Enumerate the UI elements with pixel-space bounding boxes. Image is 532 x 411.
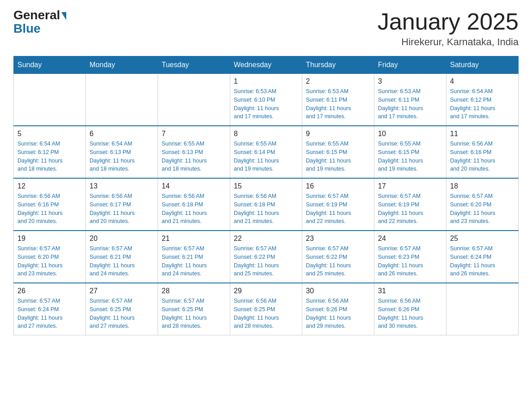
title-block: January 2025 Hirekerur, Karnataka, India [378,9,519,48]
calendar-day-cell: 26Sunrise: 6:57 AM Sunset: 6:24 PM Dayli… [14,283,86,335]
calendar-day-cell: 28Sunrise: 6:57 AM Sunset: 6:25 PM Dayli… [158,283,230,335]
day-number: 7 [162,130,226,138]
logo-triangle-icon [61,12,66,20]
day-info: Sunrise: 6:57 AM Sunset: 6:22 PM Dayligh… [234,244,298,278]
day-number: 1 [234,77,298,86]
calendar-day-cell: 3Sunrise: 6:53 AM Sunset: 6:11 PM Daylig… [374,74,446,126]
day-number: 30 [306,287,370,295]
calendar-day-cell [14,74,86,126]
day-number: 26 [17,287,82,295]
day-number: 23 [306,235,370,243]
calendar-day-cell: 16Sunrise: 6:57 AM Sunset: 6:19 PM Dayli… [302,178,374,231]
weekday-header-monday: Monday [86,56,158,74]
calendar-day-cell: 20Sunrise: 6:57 AM Sunset: 6:21 PM Dayli… [86,231,158,283]
weekday-header-friday: Friday [374,56,446,74]
weekday-header-wednesday: Wednesday [230,56,302,74]
calendar-day-cell: 2Sunrise: 6:53 AM Sunset: 6:11 PM Daylig… [302,74,374,126]
day-info: Sunrise: 6:57 AM Sunset: 6:25 PM Dayligh… [90,297,154,330]
calendar-day-cell: 1Sunrise: 6:53 AM Sunset: 6:10 PM Daylig… [230,74,302,126]
calendar-day-cell: 24Sunrise: 6:57 AM Sunset: 6:23 PM Dayli… [374,231,446,283]
day-number: 18 [450,182,515,190]
day-number: 21 [162,235,226,243]
calendar-day-cell: 6Sunrise: 6:54 AM Sunset: 6:13 PM Daylig… [86,126,158,178]
calendar-day-cell: 30Sunrise: 6:56 AM Sunset: 6:26 PM Dayli… [302,283,374,335]
calendar-title: January 2025 [378,9,519,34]
day-number: 22 [234,235,298,243]
calendar-day-cell: 12Sunrise: 6:56 AM Sunset: 6:16 PM Dayli… [14,178,86,231]
day-number: 14 [162,182,226,190]
day-info: Sunrise: 6:55 AM Sunset: 6:14 PM Dayligh… [234,140,298,173]
day-number: 27 [90,287,154,295]
day-info: Sunrise: 6:57 AM Sunset: 6:21 PM Dayligh… [90,244,154,278]
day-number: 4 [450,77,515,86]
day-info: Sunrise: 6:54 AM Sunset: 6:13 PM Dayligh… [90,140,154,173]
day-info: Sunrise: 6:57 AM Sunset: 6:23 PM Dayligh… [378,244,442,278]
calendar-day-cell: 13Sunrise: 6:56 AM Sunset: 6:17 PM Dayli… [86,178,158,231]
calendar-day-cell: 9Sunrise: 6:55 AM Sunset: 6:15 PM Daylig… [302,126,374,178]
calendar-day-cell: 27Sunrise: 6:57 AM Sunset: 6:25 PM Dayli… [86,283,158,335]
day-number: 15 [234,182,298,190]
calendar-day-cell: 18Sunrise: 6:57 AM Sunset: 6:20 PM Dayli… [446,178,519,231]
day-number: 13 [90,182,154,190]
day-info: Sunrise: 6:56 AM Sunset: 6:26 PM Dayligh… [378,297,442,330]
day-info: Sunrise: 6:54 AM Sunset: 6:12 PM Dayligh… [17,140,82,173]
day-number: 24 [378,235,442,243]
day-info: Sunrise: 6:56 AM Sunset: 6:18 PM Dayligh… [162,192,226,226]
calendar-day-cell: 21Sunrise: 6:57 AM Sunset: 6:21 PM Dayli… [158,231,230,283]
calendar-day-cell: 4Sunrise: 6:54 AM Sunset: 6:12 PM Daylig… [446,74,519,126]
day-info: Sunrise: 6:55 AM Sunset: 6:15 PM Dayligh… [306,140,370,173]
day-number: 29 [234,287,298,295]
logo-general-text: General [13,9,60,21]
weekday-header-saturday: Saturday [446,56,519,74]
day-info: Sunrise: 6:56 AM Sunset: 6:17 PM Dayligh… [90,192,154,226]
day-number: 2 [306,77,370,86]
day-number: 16 [306,182,370,190]
calendar-day-cell: 23Sunrise: 6:57 AM Sunset: 6:22 PM Dayli… [302,231,374,283]
day-number: 28 [162,287,226,295]
calendar-week-row: 1Sunrise: 6:53 AM Sunset: 6:10 PM Daylig… [14,74,519,126]
calendar-day-cell [446,283,519,335]
calendar-day-cell: 15Sunrise: 6:56 AM Sunset: 6:18 PM Dayli… [230,178,302,231]
logo: General Blue [13,9,66,36]
calendar-week-row: 19Sunrise: 6:57 AM Sunset: 6:20 PM Dayli… [14,231,519,283]
day-info: Sunrise: 6:57 AM Sunset: 6:24 PM Dayligh… [450,244,515,278]
day-info: Sunrise: 6:57 AM Sunset: 6:20 PM Dayligh… [450,192,515,226]
day-number: 10 [378,130,442,138]
calendar-day-cell [158,74,230,126]
day-info: Sunrise: 6:57 AM Sunset: 6:25 PM Dayligh… [162,297,226,330]
day-number: 12 [17,182,82,190]
calendar-day-cell: 7Sunrise: 6:55 AM Sunset: 6:13 PM Daylig… [158,126,230,178]
day-number: 5 [17,130,82,138]
weekday-header-tuesday: Tuesday [158,56,230,74]
day-number: 25 [450,235,515,243]
calendar-day-cell: 14Sunrise: 6:56 AM Sunset: 6:18 PM Dayli… [158,178,230,231]
day-number: 8 [234,130,298,138]
day-info: Sunrise: 6:57 AM Sunset: 6:24 PM Dayligh… [17,297,82,330]
day-info: Sunrise: 6:57 AM Sunset: 6:19 PM Dayligh… [306,192,370,226]
day-number: 31 [378,287,442,295]
day-number: 17 [378,182,442,190]
day-info: Sunrise: 6:56 AM Sunset: 6:16 PM Dayligh… [450,140,515,173]
day-info: Sunrise: 6:57 AM Sunset: 6:22 PM Dayligh… [306,244,370,278]
day-number: 9 [306,130,370,138]
weekday-header-thursday: Thursday [302,56,374,74]
calendar-day-cell [86,74,158,126]
day-info: Sunrise: 6:56 AM Sunset: 6:26 PM Dayligh… [306,297,370,330]
day-info: Sunrise: 6:57 AM Sunset: 6:20 PM Dayligh… [17,244,82,278]
day-info: Sunrise: 6:56 AM Sunset: 6:18 PM Dayligh… [234,192,298,226]
day-info: Sunrise: 6:54 AM Sunset: 6:12 PM Dayligh… [450,87,515,121]
weekday-header-sunday: Sunday [14,56,86,74]
calendar-day-cell: 8Sunrise: 6:55 AM Sunset: 6:14 PM Daylig… [230,126,302,178]
calendar-day-cell: 22Sunrise: 6:57 AM Sunset: 6:22 PM Dayli… [230,231,302,283]
day-info: Sunrise: 6:53 AM Sunset: 6:11 PM Dayligh… [378,87,442,121]
calendar-day-cell: 19Sunrise: 6:57 AM Sunset: 6:20 PM Dayli… [14,231,86,283]
calendar-week-row: 26Sunrise: 6:57 AM Sunset: 6:24 PM Dayli… [14,283,519,335]
calendar-day-cell: 29Sunrise: 6:56 AM Sunset: 6:25 PM Dayli… [230,283,302,335]
day-info: Sunrise: 6:57 AM Sunset: 6:19 PM Dayligh… [378,192,442,226]
day-info: Sunrise: 6:55 AM Sunset: 6:13 PM Dayligh… [162,140,226,173]
day-info: Sunrise: 6:53 AM Sunset: 6:10 PM Dayligh… [234,87,298,121]
day-info: Sunrise: 6:55 AM Sunset: 6:15 PM Dayligh… [378,140,442,173]
day-number: 3 [378,77,442,86]
day-info: Sunrise: 6:56 AM Sunset: 6:16 PM Dayligh… [17,192,82,226]
calendar-day-cell: 5Sunrise: 6:54 AM Sunset: 6:12 PM Daylig… [14,126,86,178]
